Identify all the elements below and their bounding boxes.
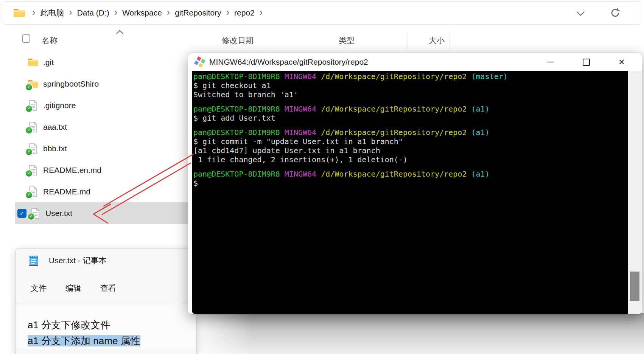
notepad-text-line: a1 分支下修改文件	[28, 317, 196, 333]
file-row-.git[interactable]: .git	[15, 51, 196, 73]
terminal-text: [a1 cbd14d7] update User.txt in a1 branc…	[193, 146, 380, 155]
terminal-text	[316, 72, 321, 81]
file-icon: ✓	[27, 186, 39, 197]
terminal-line	[193, 99, 628, 104]
terminal-text	[467, 128, 471, 137]
menu-文件[interactable]: 文件	[25, 283, 52, 293]
git-check-badge-icon: ✓	[25, 191, 33, 199]
file-row-aaa.txt[interactable]: ✓aaa.txt	[15, 116, 196, 138]
breadcrumb-item-Workspace[interactable]: Workspace	[122, 8, 162, 17]
file-row-README.md[interactable]: ✓README.md	[15, 181, 196, 202]
column-header-type[interactable]: 类型	[339, 35, 355, 46]
terminal-line	[193, 164, 628, 169]
breadcrumb-separator-icon: ›	[69, 7, 72, 18]
terminal-console[interactable]: pan@DESKTOP-8DIM9R8 MINGW64 /d/Workspace…	[192, 71, 628, 314]
terminal-text: pan@DESKTOP-8DIM9R8	[193, 104, 280, 113]
notepad-title-bar: User.txt - 记事本	[16, 248, 196, 273]
terminal-text: /d/Workspace/gitRepository/repo2	[321, 104, 467, 113]
terminal-text: (a1)	[471, 104, 490, 113]
breadcrumb-separator-icon: ›	[167, 7, 170, 18]
terminal-text	[280, 128, 285, 137]
window-controls: ×	[533, 54, 639, 70]
minimize-button[interactable]	[533, 54, 568, 70]
terminal-body: pan@DESKTOP-8DIM9R8 MINGW64 /d/Workspace…	[188, 71, 642, 314]
window-shadow	[188, 313, 644, 354]
terminal-text: (master)	[471, 72, 508, 81]
breadcrumb-item-gitRepository[interactable]: gitRepository	[175, 8, 221, 17]
terminal-text: MINGW64	[285, 128, 316, 137]
breadcrumb-item-repo2[interactable]: repo2	[234, 8, 255, 17]
breadcrumb-separator-icon: ›	[260, 7, 263, 18]
menu-查看[interactable]: 查看	[95, 283, 121, 293]
close-button[interactable]: ×	[604, 54, 639, 70]
terminal-scrollbar[interactable]	[628, 71, 642, 314]
file-row-.gitignore[interactable]: ✓.gitignore	[15, 95, 196, 116]
terminal-text: pan@DESKTOP-8DIM9R8	[193, 72, 280, 81]
column-header-size[interactable]: 大小	[429, 35, 445, 46]
terminal-title: MINGW64:/d/Workspace/gitRepository/repo2	[209, 57, 533, 67]
address-bar-actions	[578, 8, 631, 18]
terminal-title-bar: MINGW64:/d/Workspace/gitRepository/repo2…	[188, 53, 642, 71]
explorer-address-bar[interactable]: ›此电脑›Data (D:)›Workspace›gitRepository›r…	[3, 1, 641, 25]
refresh-icon[interactable]	[610, 8, 621, 18]
file-icon: ✓	[27, 121, 39, 133]
checkbox-checked-icon[interactable]: ✓	[17, 209, 26, 218]
close-icon: ×	[619, 57, 625, 67]
maximize-button[interactable]	[568, 54, 604, 70]
folder-icon	[27, 57, 39, 68]
terminal-text	[316, 104, 321, 113]
terminal-text	[467, 169, 471, 179]
breadcrumb-item-此电脑[interactable]: 此电脑	[40, 8, 64, 18]
git-check-badge-icon: ✓	[25, 169, 33, 177]
terminal-line: $ git commit -m "update User.txt in a1 b…	[193, 137, 628, 146]
terminal-line	[193, 123, 628, 128]
file-icon: ✓	[27, 165, 39, 176]
terminal-text	[280, 169, 285, 179]
terminal-line: 1 file changed, 2 insertions(+), 1 delet…	[193, 155, 628, 164]
file-row-bbb.txt[interactable]: ✓bbb.txt	[15, 138, 196, 159]
file-name-label: README.en.md	[43, 166, 101, 175]
terminal-line: [a1 cbd14d7] update User.txt in a1 branc…	[193, 146, 628, 155]
git-check-badge-icon: ✓	[25, 83, 33, 91]
breadcrumb-separator-icon: ›	[32, 7, 35, 18]
file-icon: ✓	[27, 143, 39, 154]
select-all-checkbox[interactable]	[22, 34, 30, 43]
file-row-springbootShiro[interactable]: ✓springbootShiro	[15, 73, 196, 95]
terminal-text: MINGW64	[285, 72, 316, 81]
breadcrumb-separator-icon: ›	[226, 7, 229, 18]
file-icon: ✓	[30, 208, 41, 219]
git-check-badge-icon: ✓	[25, 105, 33, 113]
terminal-line: pan@DESKTOP-8DIM9R8 MINGW64 /d/Workspace…	[193, 169, 628, 179]
git-bash-icon	[194, 56, 205, 68]
sort-ascending-icon	[116, 30, 123, 37]
breadcrumb: ›此电脑›Data (D:)›Workspace›gitRepository›r…	[27, 7, 268, 19]
chevron-down-icon[interactable]	[577, 8, 585, 16]
file-name-label: README.md	[43, 187, 90, 196]
notepad-menu-bar: 文件编辑查看	[16, 273, 196, 304]
breadcrumb-item-Data (D:)[interactable]: Data (D:)	[77, 8, 109, 17]
column-divider	[345, 33, 345, 49]
column-header-name[interactable]: 名称	[42, 35, 58, 46]
notepad-title: User.txt - 记事本	[49, 255, 107, 266]
check-icon: ✓	[20, 210, 25, 217]
terminal-line: $ git add User.txt	[193, 113, 628, 123]
terminal-line: Switched to branch 'a1'	[193, 90, 628, 99]
terminal-text: MINGW64	[285, 104, 316, 113]
terminal-text	[316, 128, 321, 137]
column-header-date-modified[interactable]: 修改日期	[222, 35, 254, 46]
menu-编辑[interactable]: 编辑	[60, 283, 87, 293]
terminal-line: pan@DESKTOP-8DIM9R8 MINGW64 /d/Workspace…	[193, 104, 628, 113]
notepad-text-area[interactable]: a1 分支下修改文件a1 分支下添加 name 属性	[16, 304, 196, 349]
git-check-badge-icon: ✓	[25, 148, 33, 156]
selected-text: a1 分支下添加 name 属性	[28, 335, 140, 346]
notepad-text-line: a1 分支下添加 name 属性	[28, 333, 196, 349]
terminal-line: pan@DESKTOP-8DIM9R8 MINGW64 /d/Workspace…	[193, 128, 628, 137]
file-row-README.en.md[interactable]: ✓README.en.md	[15, 159, 196, 181]
breadcrumb-separator-icon: ›	[114, 7, 117, 18]
notepad-window: User.txt - 记事本 文件编辑查看 a1 分支下修改文件a1 分支下添加…	[15, 248, 197, 354]
scrollbar-thumb[interactable]	[630, 272, 639, 301]
git-check-badge-icon: ✓	[27, 213, 35, 220]
file-list-header: 名称 修改日期 类型 大小	[0, 30, 641, 51]
file-row-User.txt[interactable]: ✓✓User.txt	[15, 202, 196, 224]
column-divider	[449, 33, 450, 49]
